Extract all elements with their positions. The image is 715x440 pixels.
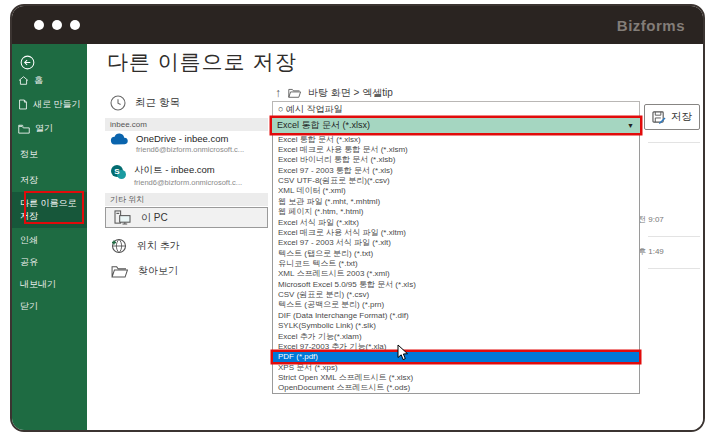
recent-items-button[interactable]: 최근 항목 — [110, 95, 180, 111]
filetype-option[interactable]: CSV UTF-8(쉼표로 분리)(*.csv) — [273, 175, 639, 185]
onedrive-icon — [110, 133, 128, 145]
filetype-option[interactable]: Strict Open XML 스프레드시트 (*.xlsx) — [273, 372, 639, 382]
account-section-header: inbee.com — [105, 118, 268, 131]
window-dot-icon[interactable] — [52, 20, 62, 30]
save-icon — [652, 111, 666, 124]
filetype-option[interactable]: Excel 97-2003 추가 기능(*.xla) — [273, 341, 639, 351]
sidebar-item-export[interactable]: 내보내기 — [20, 278, 56, 291]
page-title: 다른 이름으로 저장 — [107, 48, 297, 76]
breadcrumb-folder-icon — [288, 88, 301, 98]
annotation-box-save-as — [24, 191, 84, 224]
app-window: Bizforms 홈 새로 만들기 열기 정보 저장 다른 이름으 — [10, 4, 705, 432]
file-timestamp: 후 1:49 — [638, 246, 664, 257]
filetype-option[interactable]: XPS 문서 (*.xps) — [273, 362, 639, 372]
sidebar-item-info[interactable]: 정보 — [20, 148, 38, 161]
filetype-option[interactable]: Excel 통합 문서 (*.xlsx) — [273, 134, 639, 144]
sidebar-item-close[interactable]: 닫기 — [20, 300, 38, 313]
filetype-option[interactable]: Excel 추가 기능(*.xlam) — [273, 331, 639, 341]
filetype-option[interactable]: OpenDocument 스프레드시트 (*.ods) — [273, 383, 639, 393]
other-section-header: 기타 위치 — [105, 193, 268, 206]
filetype-option[interactable]: 웹 보관 파일 (*.mht, *.mhtml) — [273, 196, 639, 206]
filetype-combobox[interactable]: Excel 통합 문서 (*.xlsx) ▼ — [272, 118, 640, 133]
filetype-option[interactable]: Excel 바이너리 통합 문서 (*.xlsb) — [273, 155, 639, 165]
place-onedrive[interactable]: OneDrive - inbee.com friend6@bizform.onm… — [110, 133, 244, 154]
filetype-option[interactable]: 텍스트 (공백으로 분리) (*.prn) — [273, 300, 639, 310]
back-arrow-icon — [20, 55, 35, 70]
filetype-option[interactable]: SYLK(Symbolic Link) (*.slk) — [273, 320, 639, 330]
filetype-option[interactable]: CSV (쉼표로 분리) (*.csv) — [273, 289, 639, 299]
place-sites[interactable]: S 사이트 - inbee.com friend6@bizform.onmicr… — [110, 164, 242, 187]
divider — [648, 268, 700, 269]
filetype-option[interactable]: Microsoft Excel 5.0/95 통합 문서 (*.xls) — [273, 279, 639, 289]
filetype-option[interactable]: 텍스트 (탭으로 분리) (*.txt) — [273, 248, 639, 258]
sharepoint-icon: S — [110, 164, 126, 180]
filetype-option[interactable]: Excel 97 - 2003 서식 파일 (*.xlt) — [273, 238, 639, 248]
breadcrumb: ↑ 바탕 화면 > 엑셀tip — [275, 86, 393, 100]
backstage-sidebar: 홈 새로 만들기 열기 정보 저장 다른 이름으로 저장 인쇄 공유 내보내기 … — [12, 44, 87, 430]
divider — [648, 236, 700, 237]
place-name: OneDrive - inbee.com — [136, 133, 244, 144]
filetype-option[interactable]: 웹 페이지 (*.htm, *.html) — [273, 207, 639, 217]
window-dot-icon[interactable] — [70, 20, 80, 30]
titlebar: Bizforms — [12, 6, 703, 44]
save-button[interactable]: 저장 — [644, 104, 700, 130]
place-add-location[interactable]: 위치 추가 — [111, 238, 180, 254]
open-folder-icon — [18, 124, 30, 134]
sidebar-item-save[interactable]: 저장 — [20, 174, 38, 187]
filetype-option-highlighted[interactable]: PDF (*.pdf) — [273, 352, 639, 362]
place-browse[interactable]: 찾아보기 — [111, 264, 178, 278]
sidebar-item-open[interactable]: 열기 — [18, 122, 53, 135]
filetype-option[interactable]: Excel 서식 파일 (*.xltx) — [273, 217, 639, 227]
place-name: 사이트 - inbee.com — [134, 164, 242, 177]
filetype-option[interactable]: Excel 97 - 2003 통합 문서 (*.xls) — [273, 165, 639, 175]
window-dot-icon[interactable] — [34, 20, 44, 30]
place-email: friend6@bizform.onmicrosoft.c... — [136, 145, 244, 154]
filetype-selected-label: Excel 통합 문서 (*.xlsx) — [277, 119, 370, 132]
chevron-down-icon: ▼ — [627, 122, 634, 129]
mouse-cursor-icon — [397, 344, 409, 361]
filename-input[interactable] — [272, 101, 640, 117]
filetype-dropdown-list: Excel 통합 문서 (*.xlsx)Excel 매크로 사용 통합 문서 (… — [272, 133, 640, 394]
filetype-option[interactable]: Excel 매크로 사용 서식 파일 (*.xltm) — [273, 227, 639, 237]
breadcrumb-path[interactable]: 바탕 화면 > 엑셀tip — [308, 86, 393, 100]
divider — [648, 142, 700, 143]
pc-icon — [114, 210, 131, 225]
sidebar-item-new[interactable]: 새로 만들기 — [18, 98, 81, 111]
screenshot-stage: Bizforms 홈 새로 만들기 열기 정보 저장 다른 이름으 — [0, 0, 715, 440]
new-document-icon — [18, 99, 28, 110]
svg-text:S: S — [114, 167, 120, 176]
filetype-option[interactable]: Excel 매크로 사용 통합 문서 (*.xlsm) — [273, 144, 639, 154]
place-this-pc[interactable]: 이 PC — [105, 207, 268, 228]
add-place-globe-icon — [111, 238, 127, 254]
back-button[interactable] — [20, 55, 35, 70]
filetype-option[interactable]: 유니코드 텍스트 (*.txt) — [273, 258, 639, 268]
sidebar-item-home[interactable]: 홈 — [18, 74, 43, 87]
filetype-option[interactable]: XML 데이터 (*.xml) — [273, 186, 639, 196]
browse-folder-icon — [111, 265, 128, 278]
sidebar-item-print[interactable]: 인쇄 — [20, 234, 38, 247]
up-directory-icon[interactable]: ↑ — [275, 86, 281, 100]
place-email: friend6@bizform.onmicrosoft.c... — [134, 178, 242, 187]
clock-icon — [110, 95, 126, 111]
file-timestamp: 전 9:07 — [638, 214, 664, 225]
sidebar-item-share[interactable]: 공유 — [20, 256, 38, 269]
brand-logo: Bizforms — [617, 17, 685, 34]
filetype-option[interactable]: DIF (Data Interchange Format) (*.dif) — [273, 310, 639, 320]
filetype-option[interactable]: XML 스프레드시트 2003 (*.xml) — [273, 269, 639, 279]
backstage-content: 다른 이름으로 저장 최근 항목 inbee.com OneDrive - in… — [87, 44, 703, 430]
home-icon — [18, 75, 29, 86]
